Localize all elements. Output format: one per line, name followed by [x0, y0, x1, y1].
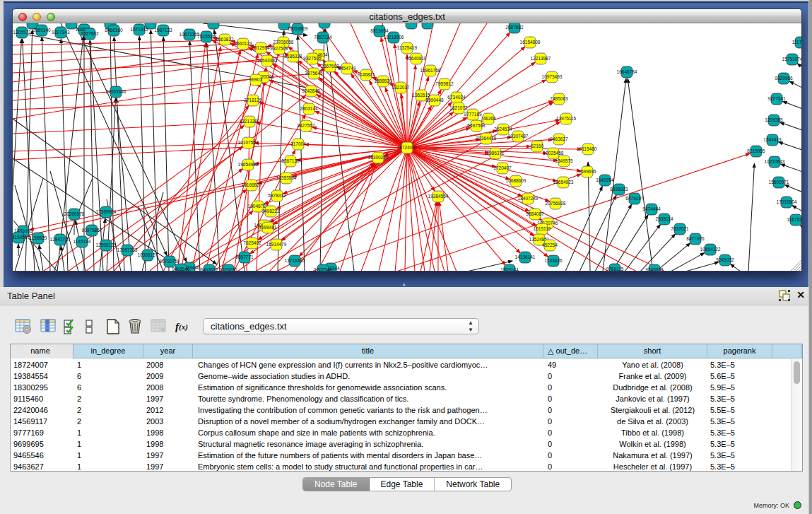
- svg-text:8813054: 8813054: [370, 28, 389, 33]
- svg-text:2986372: 2986372: [486, 151, 505, 156]
- svg-text:1202346: 1202346: [314, 267, 332, 271]
- svg-text:9463627: 9463627: [200, 267, 218, 271]
- svg-text:13654923: 13654923: [553, 180, 574, 185]
- svg-text:10210643: 10210643: [765, 159, 785, 164]
- svg-text:8454749: 8454749: [338, 66, 356, 71]
- svg-text:1667133: 1667133: [154, 28, 172, 33]
- svg-text:12213987: 12213987: [531, 56, 551, 61]
- svg-text:8186328: 8186328: [284, 54, 302, 59]
- svg-text:17957253: 17957253: [117, 247, 138, 252]
- svg-text:62160: 62160: [531, 144, 543, 148]
- svg-text:1615112: 1615112: [534, 226, 551, 231]
- svg-text:9657771: 9657771: [235, 255, 254, 259]
- svg-text:7663822: 7663822: [216, 37, 234, 42]
- svg-text:9115460: 9115460: [579, 146, 597, 151]
- svg-text:9327505: 9327505: [303, 56, 322, 61]
- svg-text:2803144: 2803144: [300, 106, 318, 111]
- svg-text:16154808: 16154808: [520, 40, 541, 45]
- svg-text:7632021: 7632021: [671, 226, 689, 231]
- svg-text:15692971: 15692971: [769, 180, 789, 185]
- svg-text:9245032: 9245032: [716, 257, 734, 262]
- svg-text:16053809: 16053809: [288, 26, 308, 31]
- svg-text:1640954: 1640954: [596, 177, 614, 182]
- svg-text:13353594: 13353594: [276, 175, 297, 180]
- svg-text:2687682: 2687682: [505, 25, 524, 30]
- svg-text:3427552: 3427552: [297, 123, 315, 128]
- svg-text:8990448: 8990448: [425, 98, 444, 103]
- svg-text:16961758: 16961758: [420, 68, 441, 73]
- svg-text:1209385: 1209385: [765, 117, 783, 122]
- svg-text:9699695: 9699695: [578, 169, 596, 174]
- svg-text:6734024: 6734024: [447, 95, 466, 100]
- svg-text:8471676: 8471676: [686, 236, 705, 241]
- svg-text:10688609: 10688609: [506, 178, 526, 183]
- svg-text:18300295: 18300295: [368, 155, 389, 160]
- svg-text:2069140: 2069140: [33, 28, 51, 33]
- svg-text:13716485: 13716485: [285, 258, 305, 263]
- svg-text:10307487: 10307487: [508, 134, 529, 139]
- svg-text:8938923: 8938923: [610, 187, 628, 192]
- svg-text:14136141: 14136141: [515, 255, 536, 259]
- svg-text:1305572: 1305572: [13, 30, 31, 35]
- svg-text:1071915: 1071915: [130, 27, 148, 32]
- svg-text:9777169: 9777169: [464, 112, 482, 117]
- svg-text:3915451: 3915451: [13, 235, 28, 240]
- svg-text:2935114: 2935114: [656, 216, 673, 221]
- svg-text:9329966: 9329966: [775, 76, 793, 81]
- svg-text:9327509: 9327509: [270, 46, 288, 51]
- svg-text:7515526: 7515526: [197, 34, 216, 39]
- svg-text:16914479: 16914479: [266, 242, 287, 247]
- svg-text:7857224: 7857224: [314, 35, 332, 40]
- svg-text:20364416: 20364416: [476, 136, 497, 141]
- svg-text:3912954: 3912954: [252, 45, 270, 50]
- svg-text:15640910: 15640910: [406, 56, 427, 61]
- svg-text:1588520: 1588520: [374, 78, 392, 83]
- svg-text:1349575: 1349575: [555, 158, 573, 163]
- svg-text:1923144: 1923144: [500, 267, 519, 271]
- svg-text:1244413: 1244413: [763, 137, 782, 142]
- svg-text:12213382: 12213382: [240, 119, 260, 124]
- svg-text:3875645: 3875645: [305, 71, 323, 76]
- svg-text:1733426: 1733426: [544, 258, 563, 263]
- svg-text:99903: 99903: [249, 77, 262, 82]
- svg-text:16648784: 16648784: [617, 69, 637, 74]
- svg-text:9245033: 9245033: [645, 267, 664, 271]
- svg-text:2718129: 2718129: [244, 98, 262, 103]
- svg-text:7625402: 7625402: [243, 240, 261, 245]
- svg-text:452254: 452254: [542, 243, 558, 247]
- svg-text:9463627: 9463627: [550, 136, 568, 141]
- svg-text:1156829: 1156829: [30, 235, 47, 240]
- svg-text:9227343: 9227343: [52, 30, 70, 35]
- svg-text:9474444: 9474444: [642, 206, 661, 211]
- svg-text:18724007: 18724007: [397, 145, 418, 150]
- svg-text:6497568: 6497568: [467, 123, 486, 128]
- svg-text:1079220: 1079220: [219, 267, 237, 271]
- svg-text:8466160: 8466160: [105, 28, 123, 33]
- svg-text:7485063: 7485063: [550, 96, 568, 101]
- svg-text:10107553: 10107553: [238, 140, 259, 145]
- svg-text:20206578: 20206578: [64, 211, 85, 216]
- svg-text:8267130: 8267130: [281, 158, 300, 163]
- svg-text:12505135: 12505135: [96, 243, 117, 247]
- svg-text:20053346: 20053346: [106, 89, 126, 94]
- svg-text:9227341: 9227341: [767, 96, 786, 101]
- svg-text:9146821: 9146821: [357, 72, 375, 77]
- svg-text:1322037: 1322037: [392, 85, 410, 90]
- svg-text:10543382: 10543382: [257, 58, 278, 63]
- svg-text:1527602: 1527602: [81, 31, 99, 36]
- svg-text:10782759: 10782759: [160, 259, 180, 264]
- svg-text:12942737: 12942737: [50, 237, 71, 242]
- svg-text:90975857: 90975857: [82, 228, 102, 233]
- svg-text:9242845: 9242845: [302, 88, 320, 93]
- svg-text:1117304: 1117304: [792, 40, 801, 45]
- svg-text:13975115: 13975115: [556, 116, 577, 121]
- svg-text:1720407: 1720407: [493, 165, 512, 170]
- svg-text:746266: 746266: [481, 116, 496, 121]
- svg-text:17016504: 17016504: [777, 199, 797, 204]
- svg-text:19218506: 19218506: [384, 35, 404, 40]
- svg-text:10654122: 10654122: [700, 247, 721, 252]
- svg-text:2367608: 2367608: [321, 64, 339, 69]
- svg-text:(x): (x): [179, 322, 188, 332]
- svg-text:9465546: 9465546: [172, 267, 190, 271]
- svg-text:10025458: 10025458: [543, 151, 564, 156]
